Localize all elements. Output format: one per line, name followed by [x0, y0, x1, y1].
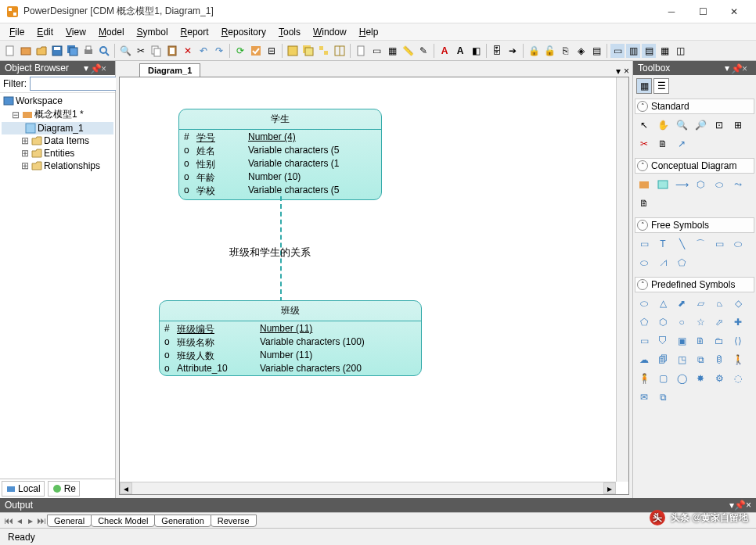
view3-icon[interactable]: ▤ [642, 44, 656, 58]
tree-expand-icon[interactable]: ⊞ [20, 160, 30, 171]
grid4-icon[interactable] [333, 44, 347, 58]
polyline-icon[interactable]: ⩘ [655, 255, 671, 271]
grid1-icon[interactable] [286, 44, 300, 58]
shape-cross-icon[interactable]: ✚ [730, 314, 746, 330]
relationship-tool-icon[interactable]: ⟶ [674, 177, 689, 192]
diagram-canvas[interactable]: 学生 #学号Number (4) o姓名Variable characters … [119, 77, 629, 495]
minimize-button[interactable]: ─ [656, 1, 687, 23]
shape-doc-icon[interactable]: 🗎 [693, 333, 708, 349]
grid3-icon[interactable] [317, 44, 331, 58]
db-icon[interactable]: 🗄 [490, 44, 504, 58]
undo-icon[interactable]: ↶ [196, 44, 211, 58]
menu-edit[interactable]: Edit [31, 25, 59, 39]
lock2-icon[interactable]: 🔓 [542, 44, 556, 58]
entity-tool-icon[interactable] [655, 177, 671, 192]
menu-view[interactable]: View [59, 25, 92, 39]
palette-icon[interactable]: ◧ [469, 44, 483, 58]
toolbox-pin-icon[interactable]: 📌 [731, 63, 740, 73]
menu-symbol[interactable]: Symbol [131, 25, 175, 39]
browser-pin-icon[interactable]: 📌 [90, 63, 99, 73]
entity-class[interactable]: 班级 #班级编号Number (11) o班级名称Variable charac… [159, 300, 422, 376]
shape-card-icon[interactable]: ▭ [636, 333, 652, 349]
copy-icon[interactable] [149, 44, 164, 58]
maximize-button[interactable]: ☐ [687, 1, 718, 23]
tab-nav-first-icon[interactable]: ⏮ [3, 515, 14, 526]
tree-entities[interactable]: ⊞ Entities [2, 147, 113, 160]
mode-list-icon[interactable]: ☰ [653, 78, 669, 94]
view1-icon[interactable]: ▭ [610, 44, 625, 58]
output-tab-generation[interactable]: Generation [154, 515, 211, 527]
open-icon[interactable] [34, 44, 49, 58]
cut-tool-icon[interactable]: ✂ [636, 136, 652, 152]
rect2-icon[interactable]: ▭ [711, 236, 727, 252]
menu-help[interactable]: Help [353, 25, 385, 39]
tab-close-icon[interactable]: × [624, 66, 629, 77]
tree-expand-icon[interactable]: ⊞ [20, 135, 30, 146]
association-icon[interactable]: ⬭ [711, 177, 727, 192]
redo-icon[interactable]: ↷ [212, 44, 226, 58]
shape-flag-icon[interactable]: ⬈ [674, 296, 689, 311]
shape-gear-icon[interactable]: ⚙ [711, 371, 727, 386]
output-tab-check[interactable]: Check Model [91, 515, 155, 527]
check-icon[interactable] [249, 44, 263, 58]
close-button[interactable]: ✕ [718, 1, 750, 23]
shape-diamond-icon[interactable]: ◇ [730, 296, 746, 311]
shape-oval-icon[interactable]: ⬭ [636, 296, 652, 311]
inheritance-icon[interactable]: ⬡ [693, 177, 708, 192]
object-tree[interactable]: Workspace ⊟ 概念模型1 * Diagram_1 ⊞ Data Ite… [0, 93, 115, 479]
diagram-tab[interactable]: Diagram_1 [139, 63, 200, 77]
shape-star-icon[interactable]: ☆ [693, 314, 708, 330]
ruler-icon[interactable]: 📏 [401, 44, 415, 58]
new-icon[interactable] [3, 44, 17, 58]
section-header[interactable]: ˄Conceptual Diagram [635, 158, 754, 174]
view2-icon[interactable]: ▥ [626, 44, 640, 58]
shape-db-icon[interactable]: 🛢 [711, 352, 727, 368]
misc1-icon[interactable]: ◈ [574, 44, 588, 58]
vertical-scrollbar[interactable] [616, 77, 628, 482]
shape-woman-icon[interactable]: 🧍 [636, 371, 652, 386]
refresh-icon[interactable]: ⟳ [233, 44, 247, 58]
shape-pentagon-icon[interactable]: ⬠ [636, 314, 652, 330]
menu-tools[interactable]: Tools [272, 25, 307, 39]
tab-nav-last-icon[interactable]: ⏭ [36, 515, 47, 526]
pointer-icon[interactable]: ↖ [636, 117, 652, 133]
line-icon[interactable]: ╲ [674, 236, 689, 252]
cut-icon[interactable]: ✂ [134, 44, 148, 58]
view4-icon[interactable]: ▦ [657, 44, 671, 58]
section-header[interactable]: ˄Standard [635, 99, 754, 114]
entity-student[interactable]: 学生 #学号Number (4) o姓名Variable characters … [178, 109, 382, 200]
browser-dropdown-icon[interactable]: ▾ [84, 63, 88, 74]
shape-envelope-icon[interactable]: ✉ [636, 389, 652, 405]
shape-hexagon-icon[interactable]: ⬡ [655, 314, 671, 330]
relationship-label[interactable]: 班级和学生的关系 [229, 246, 311, 260]
shape-parallelogram-icon[interactable]: ▱ [693, 296, 708, 311]
menu-window[interactable]: Window [307, 25, 353, 39]
shape-circle-icon[interactable]: ○ [674, 314, 689, 330]
arc-icon[interactable]: ⌒ [693, 236, 708, 252]
merge-icon[interactable]: ⎘ [558, 44, 572, 58]
grid2-icon[interactable] [301, 44, 315, 58]
tab-menu-icon[interactable]: ▾ [616, 66, 621, 77]
menu-file[interactable]: File [3, 25, 31, 39]
section-header[interactable]: ˄Free Symbols [635, 217, 754, 233]
shape-trapezoid-icon[interactable]: ⏢ [711, 296, 727, 311]
menu-model[interactable]: Model [92, 25, 131, 39]
shape-multidoc-icon[interactable]: 🗐 [655, 352, 671, 368]
shape-folder-icon[interactable]: 🗀 [711, 333, 727, 349]
zoom-fit-icon[interactable]: ⊡ [711, 117, 727, 133]
lock1-icon[interactable]: 🔒 [527, 44, 541, 58]
tab-nav-prev-icon[interactable]: ◂ [14, 515, 25, 526]
package-icon[interactable] [636, 177, 652, 192]
view5-icon[interactable]: ◫ [673, 44, 687, 58]
layout2-icon[interactable]: ▦ [385, 44, 399, 58]
shape-callout-icon[interactable]: ◯ [674, 371, 689, 386]
pencil-icon[interactable]: ✎ [416, 44, 430, 58]
tree-expand-icon[interactable]: ⊞ [20, 148, 30, 159]
text-b-icon[interactable]: A [453, 44, 467, 58]
preview-icon[interactable] [97, 44, 111, 58]
zoom-in-icon[interactable]: 🔍 [674, 117, 689, 133]
toolbox-close-icon[interactable]: × [742, 63, 751, 73]
note-icon[interactable]: 🗎 [655, 136, 671, 152]
file-icon[interactable]: 🗎 [636, 195, 652, 211]
zoom-sel-icon[interactable]: ⊞ [730, 117, 746, 133]
